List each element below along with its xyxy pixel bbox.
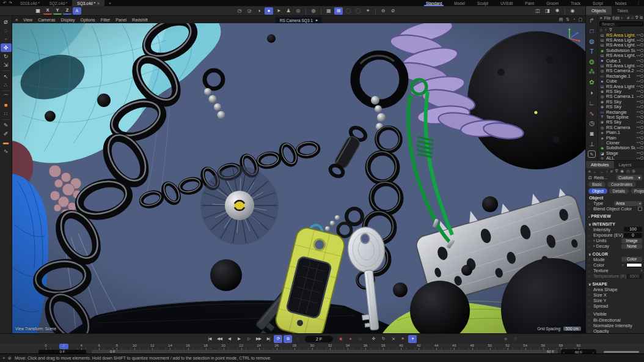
axis-y-button[interactable]: Y xyxy=(53,7,62,15)
divider[interactable] xyxy=(375,9,376,14)
workspace-tab[interactable]: Model xyxy=(448,0,471,6)
visibility-toggles[interactable] xyxy=(637,116,643,119)
path-filter-icon[interactable]: ∇ xyxy=(609,28,612,32)
document-tab[interactable]: S018.c4d * xyxy=(15,0,45,6)
attribute-row[interactable]: Bi-Directional xyxy=(586,317,644,323)
attribute-row[interactable]: Type Area xyxy=(586,201,644,206)
visibility-toggles[interactable] xyxy=(637,152,643,155)
attributes-tab[interactable]: Layers xyxy=(614,161,637,168)
sound-toggle[interactable]: ♪ xyxy=(293,335,302,343)
visibility-toggles[interactable] xyxy=(637,100,643,103)
mograph-icon[interactable]: ✶ xyxy=(364,7,372,15)
timeline-ruler[interactable]: 0246810121416182022242628303234363840424… xyxy=(46,344,579,349)
attribute-control[interactable]: Image xyxy=(621,238,642,243)
visibility-toggles[interactable] xyxy=(637,43,643,46)
attribute-control[interactable] xyxy=(626,263,642,267)
visibility-toggles[interactable] xyxy=(637,131,643,134)
up-icon[interactable]: ↑ xyxy=(605,28,607,32)
attribute-row[interactable]: › Units Image xyxy=(586,238,644,243)
loop-toggle[interactable]: ⟳ xyxy=(274,335,282,343)
document-tab[interactable]: SQ2.c4d * xyxy=(45,0,73,6)
visibility-toggles[interactable] xyxy=(637,85,643,88)
live-selection-sphere-icon[interactable]: ● xyxy=(265,7,273,15)
new-document-button[interactable]: + xyxy=(104,0,115,6)
attribute-control[interactable]: Area xyxy=(614,201,642,206)
search-tool-icon[interactable]: ⌀ xyxy=(1,17,12,26)
axis-x-button[interactable]: X xyxy=(43,7,52,15)
volume-icon[interactable]: ❂ xyxy=(587,57,598,67)
visibility-toggles[interactable] xyxy=(637,141,643,144)
attribute-control[interactable] xyxy=(638,207,642,211)
current-frame-field[interactable]: 2 F xyxy=(305,336,333,342)
selection-option-icon[interactable]: ◦ xyxy=(1,35,12,43)
light-tool-icon[interactable]: ⊥ xyxy=(587,139,598,150)
key-position-button[interactable]: ✜ xyxy=(369,335,378,343)
live-selection-icon[interactable]: ◌ xyxy=(1,26,12,35)
viewport-settings-icon[interactable]: ▤ xyxy=(559,17,563,22)
render-picture-viewer-button[interactable]: ◨ xyxy=(543,7,552,15)
render-settings-button[interactable]: ✱ xyxy=(553,7,562,15)
cloner-tool-icon[interactable]: ⁂ xyxy=(587,67,598,78)
key-parameter-button[interactable]: ≡ xyxy=(398,335,407,343)
viewport-menu-item[interactable]: Redshift xyxy=(132,18,148,22)
spline-pen-icon[interactable]: ↱ xyxy=(587,16,598,26)
attribute-row[interactable]: ∨ COLOR xyxy=(586,251,644,257)
goto-end-button[interactable]: ▶| xyxy=(264,335,273,343)
next-key-button[interactable]: ▶▶ xyxy=(254,335,263,343)
sphere-primitive-icon[interactable]: ◍ xyxy=(587,37,598,47)
workspace-tab[interactable]: Sculpt xyxy=(471,0,494,6)
attribute-tab-button[interactable]: Details xyxy=(609,188,629,194)
viewport-menu-item[interactable]: Panel xyxy=(115,18,126,22)
forward-icon[interactable]: → xyxy=(599,169,604,174)
viewport-canvas[interactable] xyxy=(12,23,585,333)
render-view-button[interactable]: ◫ xyxy=(533,7,542,15)
workspace-tab[interactable]: Groom xyxy=(540,0,565,6)
attribute-row[interactable]: Exposure (EV) 0 xyxy=(586,232,644,238)
workspace-overflow-icon[interactable]: ⋮ xyxy=(633,0,644,6)
attributes-tab[interactable]: Attributes xyxy=(586,161,614,168)
attribute-row[interactable]: Spread xyxy=(586,303,644,309)
polygon-mode-icon[interactable]: ■ xyxy=(1,101,12,109)
close-tab-icon[interactable]: × xyxy=(97,1,100,6)
spline-arc-icon[interactable]: ⌒ xyxy=(1,92,12,101)
visibility-toggles[interactable] xyxy=(637,75,643,78)
camera-tool-icon[interactable]: ◙ xyxy=(587,129,598,139)
attribute-row[interactable]: Size Y xyxy=(586,298,644,303)
attribute-control[interactable]: Color xyxy=(621,257,642,262)
document-tab[interactable]: SQ3.c4d * × xyxy=(72,0,104,6)
panel-tab[interactable]: Objects xyxy=(586,6,612,15)
character-tool-icon[interactable]: ♟ xyxy=(284,7,293,15)
knife-tool-icon[interactable]: ✎ xyxy=(1,121,12,130)
visibility-toggles[interactable] xyxy=(637,157,643,160)
move-tool-icon[interactable]: ✜ xyxy=(1,43,12,52)
attribute-row[interactable]: Intensity 100 xyxy=(586,227,644,232)
viewport-menu-icon[interactable]: ≡ xyxy=(15,18,18,22)
divider[interactable] xyxy=(321,9,321,14)
material-pencil-icon[interactable]: ✎ xyxy=(588,150,596,158)
disable-icon[interactable]: ⊘ xyxy=(389,7,397,15)
keyframe-bar-toggle[interactable]: ⧉ xyxy=(284,335,292,343)
home-icon[interactable]: ⌂ xyxy=(631,15,634,20)
status-menu-icon[interactable]: ≡ xyxy=(2,356,5,360)
visibility-toggles[interactable] xyxy=(637,49,643,52)
attribute-tab-button[interactable]: Project xyxy=(631,188,644,194)
back-icon[interactable]: ← xyxy=(593,169,598,174)
workspace-tab[interactable]: Paint xyxy=(519,0,540,6)
object-row[interactable]: ALL xyxy=(598,155,644,160)
divider[interactable] xyxy=(565,9,565,14)
visibility-toggles[interactable] xyxy=(637,59,643,62)
display-mode-icon[interactable]: ◑ xyxy=(255,7,263,15)
viewport-menu-item[interactable]: Display xyxy=(61,18,75,22)
play-button[interactable]: ▶ xyxy=(235,335,243,343)
grid-icon[interactable]: ▦ xyxy=(324,7,333,15)
objects-more-icon[interactable]: › xyxy=(621,16,622,20)
goto-start-button[interactable]: |◀ xyxy=(205,335,214,343)
attribute-row[interactable]: Mode Color xyxy=(586,257,644,262)
viewport-menu-item[interactable]: Filter xyxy=(101,18,111,22)
search-icon[interactable]: ⌀ xyxy=(627,15,629,20)
viewport-maximize-icon[interactable]: ▢ xyxy=(578,17,582,22)
attribute-control[interactable]: › xyxy=(641,268,642,273)
key-pla-button[interactable]: ✦ xyxy=(408,335,417,343)
attribute-control[interactable]: 0 xyxy=(624,233,642,238)
attribute-control[interactable]: 100 xyxy=(624,227,642,232)
